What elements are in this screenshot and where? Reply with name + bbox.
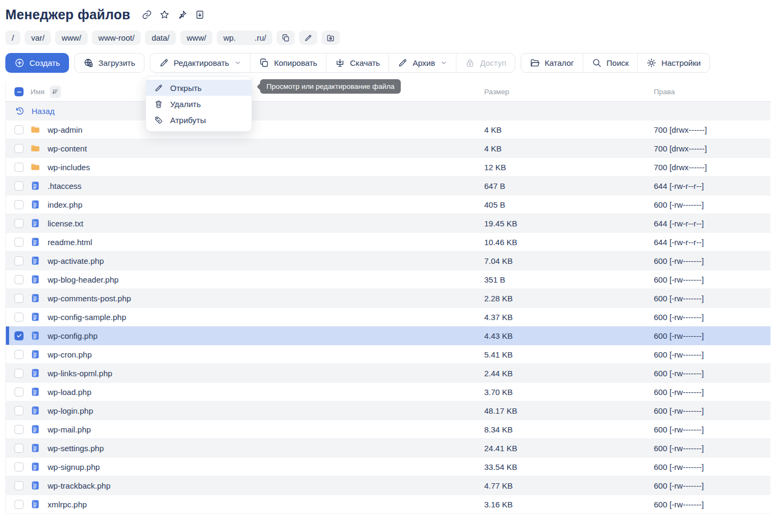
row-checkbox[interactable]	[14, 144, 24, 153]
breadcrumb-segment[interactable]: www-root/	[92, 31, 141, 45]
menu-item-trash[interactable]: Удалить	[146, 96, 251, 112]
file-size: 647 B	[484, 181, 654, 191]
table-row[interactable]: wp-activate.php 7.04 KB 600 [-rw-------]	[6, 252, 770, 270]
archive-button[interactable]: Архив	[389, 54, 456, 72]
row-checkbox[interactable]	[14, 219, 24, 228]
file-name: wp-comments-post.php	[48, 294, 131, 303]
file-name: xmlrpc.php	[48, 500, 87, 509]
table-row[interactable]: wp-load.php 3.70 KB 600 [-rw-------]	[6, 383, 770, 401]
table-row[interactable]: wp-trackback.php 4.77 KB 600 [-rw-------…	[6, 476, 770, 495]
search-button[interactable]: Поиск	[583, 54, 638, 72]
download-label: Скачать	[350, 58, 380, 67]
back-icon	[14, 105, 25, 116]
table-row[interactable]: wp-comments-post.php 2.28 KB 600 [-rw---…	[6, 289, 770, 308]
back-row[interactable]: Назад	[6, 102, 770, 120]
row-checkbox[interactable]	[14, 406, 24, 415]
table-row[interactable]: wp-includes 12 KB 700 [drwx------]	[6, 158, 770, 177]
row-checkbox[interactable]	[14, 331, 24, 340]
table-row[interactable]: wp-cron.php 5.41 KB 600 [-rw-------]	[6, 345, 770, 364]
download-icon	[335, 58, 345, 68]
breadcrumb-segment[interactable]: www/	[180, 31, 213, 45]
star-icon[interactable]	[159, 10, 170, 20]
menu-item-label: Открыть	[170, 83, 202, 93]
row-checkbox[interactable]	[14, 256, 24, 265]
file-name-cell: wp-cron.php	[6, 349, 484, 360]
file-name: wp-load.php	[48, 387, 91, 397]
table-row[interactable]: xmlrpc.php 3.16 KB 600 [-rw-------]	[6, 495, 770, 514]
file-size: 19.45 KB	[484, 219, 654, 228]
row-checkbox[interactable]	[14, 462, 24, 472]
row-checkbox[interactable]	[14, 444, 24, 453]
table-row[interactable]: wp-login.php 48.17 KB 600 [-rw-------]	[6, 401, 770, 420]
folder-open-icon	[530, 58, 540, 68]
breadcrumb-domain[interactable]: wp. .ru/	[217, 31, 272, 45]
table-row[interactable]: wp-mail.php 8.34 KB 600 [-rw-------]	[6, 420, 770, 439]
row-checkbox[interactable]	[14, 200, 24, 209]
gear-icon	[646, 58, 657, 68]
breadcrumb-segment[interactable]: data/	[145, 31, 175, 45]
copy-path-button[interactable]	[277, 31, 295, 45]
link-icon[interactable]	[142, 10, 152, 20]
table-row[interactable]: index.php 405 B 600 [-rw-------]	[6, 195, 770, 214]
file-icon	[30, 274, 41, 285]
pencil-icon	[304, 34, 312, 42]
file-name-cell: wp-mail.php	[6, 424, 484, 435]
sort-button[interactable]	[50, 86, 61, 98]
table-row[interactable]: .htaccess 647 B 644 [-rw-r--r--]	[6, 177, 770, 195]
table-row[interactable]: wp-signup.php 33.54 KB 600 [-rw-------]	[6, 458, 770, 476]
edit-path-button[interactable]	[299, 31, 317, 45]
table-row[interactable]: readme.html 10.46 KB 644 [-rw-r--r--]	[6, 233, 770, 252]
row-checkbox[interactable]	[14, 125, 24, 134]
row-checkbox[interactable]	[14, 481, 24, 490]
table-row[interactable]: wp-config.php 4.43 KB 600 [-rw-------]	[6, 326, 770, 345]
breadcrumb-segment[interactable]: www/	[55, 31, 88, 45]
file-size: 4.43 KB	[484, 331, 654, 340]
breadcrumb-segment[interactable]: /	[5, 31, 20, 45]
file-size: 2.44 KB	[484, 369, 654, 378]
table-row[interactable]: wp-config-sample.php 4.37 KB 600 [-rw---…	[6, 308, 770, 326]
folder-star-icon	[326, 34, 335, 42]
select-all-checkbox[interactable]	[14, 87, 24, 96]
row-checkbox[interactable]	[14, 238, 24, 247]
menu-item-tag[interactable]: Атрибуты	[146, 112, 251, 128]
table-row[interactable]: wp-admin 4 KB 700 [drwx------]	[6, 120, 770, 139]
settings-button[interactable]: Настройки	[638, 54, 709, 72]
edit-button[interactable]: Редактировать	[150, 54, 251, 72]
file-icon	[30, 386, 41, 397]
file-permissions: 600 [-rw-------]	[654, 500, 770, 509]
row-checkbox[interactable]	[14, 350, 24, 359]
file-icon	[30, 405, 41, 416]
download-button[interactable]: Скачать	[326, 54, 389, 72]
row-checkbox[interactable]	[14, 181, 24, 191]
upload-label: Загрузить	[98, 58, 135, 67]
row-checkbox[interactable]	[14, 275, 24, 284]
access-button: Доступ	[456, 54, 515, 72]
table-row[interactable]: license.txt 19.45 KB 644 [-rw-r--r--]	[6, 214, 770, 233]
file-table: Имя Размер Права Назад wp-admin 4 KB 700…	[5, 82, 770, 514]
table-row[interactable]: wp-blog-header.php 351 B 600 [-rw-------…	[6, 270, 770, 289]
upload-button[interactable]: Загрузить	[74, 53, 144, 73]
create-button[interactable]: Создать	[5, 53, 69, 73]
row-checkbox[interactable]	[14, 163, 24, 172]
catalog-button[interactable]: Каталог	[521, 54, 583, 72]
table-row[interactable]: wp-settings.php 24.41 KB 600 [-rw-------…	[6, 439, 770, 458]
row-checkbox[interactable]	[14, 387, 24, 397]
copy-button[interactable]: Копировать	[250, 54, 326, 72]
file-name: wp-blog-header.php	[48, 275, 119, 284]
row-checkbox[interactable]	[14, 313, 24, 322]
menu-item-pencil[interactable]: Открыть	[146, 80, 251, 96]
table-row[interactable]: wp-links-opml.php 2.44 KB 600 [-rw------…	[6, 364, 770, 383]
table-row[interactable]: wp-content 4 KB 700 [drwx------]	[6, 139, 770, 158]
view-actions-group: Каталог Поиск Настройки	[521, 53, 710, 73]
pin-icon[interactable]	[177, 10, 187, 20]
breadcrumb-segment[interactable]: var/	[25, 31, 51, 45]
file-size: 4 KB	[484, 125, 654, 134]
row-checkbox[interactable]	[14, 500, 24, 509]
row-checkbox[interactable]	[14, 294, 24, 303]
row-checkbox[interactable]	[14, 369, 24, 378]
file-icon	[30, 368, 41, 378]
file-size: 4.77 KB	[484, 481, 654, 490]
favorite-folder-button[interactable]	[322, 31, 340, 45]
row-checkbox[interactable]	[14, 425, 24, 434]
save-page-icon[interactable]	[195, 10, 205, 20]
